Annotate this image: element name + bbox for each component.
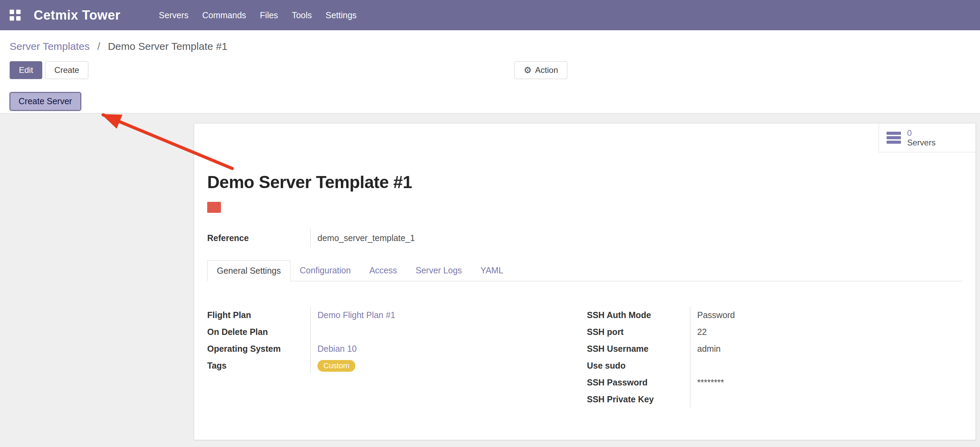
field-value-ssh-auth-mode: Password xyxy=(690,307,963,324)
menu-item-settings[interactable]: Settings xyxy=(326,10,357,20)
tab-server-logs[interactable]: Server Logs xyxy=(407,260,471,281)
action-button[interactable]: ⚙ Action xyxy=(514,61,567,79)
field-value-operating-system[interactable]: Debian 10 xyxy=(310,340,587,357)
field-value-ssh-password: ******** xyxy=(690,374,963,391)
apps-grid-square xyxy=(10,10,14,14)
field-value-tags: Custom xyxy=(310,357,587,374)
apps-grid-square xyxy=(10,16,14,21)
field-label-tags: Tags xyxy=(207,357,310,374)
reference-label: Reference xyxy=(207,229,310,247)
field-value-ssh-private-key xyxy=(690,391,963,408)
field-label-ssh-private-key: SSH Private Key xyxy=(587,391,690,408)
status-bar: Create Server xyxy=(0,89,980,113)
field-value-flight-plan[interactable]: Demo Flight Plan #1 xyxy=(310,307,587,324)
top-navbar: Cetmix Tower Servers Commands Files Tool… xyxy=(0,0,980,30)
form-sheet: 0 Servers Demo Server Template #1 Refere… xyxy=(194,123,976,440)
menu-item-files[interactable]: Files xyxy=(260,10,278,20)
servers-stat-button[interactable]: 0 Servers xyxy=(879,123,975,152)
field-label-flight-plan: Flight Plan xyxy=(207,307,310,324)
field-label-ssh-port: SSH port xyxy=(587,324,690,340)
field-value-ssh-port: 22 xyxy=(690,324,963,340)
reference-row: Reference demo_server_template_1 xyxy=(207,229,963,247)
tag-badge-custom[interactable]: Custom xyxy=(318,360,355,372)
menu-item-servers[interactable]: Servers xyxy=(159,10,188,20)
reference-value: demo_server_template_1 xyxy=(310,229,963,247)
record-title: Demo Server Template #1 xyxy=(207,172,963,192)
create-server-button[interactable]: Create Server xyxy=(10,92,81,111)
tab-configuration[interactable]: Configuration xyxy=(290,260,360,281)
field-columns: Flight Plan Demo Flight Plan #1 On Delet… xyxy=(207,307,963,408)
servers-count: 0 xyxy=(907,128,935,138)
servers-stat-text: 0 Servers xyxy=(907,128,935,147)
create-button[interactable]: Create xyxy=(45,61,88,79)
notebook-tabs: General Settings Configuration Access Se… xyxy=(207,260,963,281)
apps-grid-square xyxy=(16,10,21,14)
color-swatch[interactable] xyxy=(207,202,221,213)
breadcrumb-separator: / xyxy=(97,41,100,52)
tab-yaml[interactable]: YAML xyxy=(471,260,512,281)
field-label-ssh-username: SSH Username xyxy=(587,340,690,357)
field-value-on-delete-plan xyxy=(310,324,587,340)
breadcrumb: Server Templates / Demo Server Template … xyxy=(10,39,970,54)
apps-grid-square xyxy=(16,16,21,21)
right-field-column: SSH Auth Mode Password SSH port 22 SSH U… xyxy=(587,307,963,408)
action-button-label: Action xyxy=(535,65,558,75)
tab-access[interactable]: Access xyxy=(360,260,407,281)
field-label-on-delete-plan: On Delete Plan xyxy=(207,324,310,340)
content-area: 0 Servers Demo Server Template #1 Refere… xyxy=(0,113,980,447)
control-panel: Server Templates / Demo Server Template … xyxy=(0,30,980,89)
main-menu: Servers Commands Files Tools Settings xyxy=(159,10,356,20)
field-value-ssh-username: admin xyxy=(690,340,963,357)
edit-button[interactable]: Edit xyxy=(10,61,42,79)
servers-count-label: Servers xyxy=(907,138,935,147)
apps-grid-icon[interactable] xyxy=(10,10,21,21)
gear-icon: ⚙ xyxy=(524,65,531,76)
menu-item-commands[interactable]: Commands xyxy=(202,10,247,20)
field-label-ssh-password: SSH Password xyxy=(587,374,690,391)
breadcrumb-parent[interactable]: Server Templates xyxy=(10,41,90,52)
breadcrumb-current: Demo Server Template #1 xyxy=(108,41,228,52)
servers-icon xyxy=(886,131,901,144)
field-label-ssh-auth-mode: SSH Auth Mode xyxy=(587,307,690,324)
menu-item-tools[interactable]: Tools xyxy=(292,10,312,20)
field-value-use-sudo xyxy=(690,357,963,374)
app-brand[interactable]: Cetmix Tower xyxy=(34,8,120,23)
button-row: Edit Create ⚙ Action xyxy=(10,61,970,79)
left-field-column: Flight Plan Demo Flight Plan #1 On Delet… xyxy=(207,307,587,408)
tab-general-settings[interactable]: General Settings xyxy=(207,260,290,281)
field-label-use-sudo: Use sudo xyxy=(587,357,690,374)
field-label-operating-system: Operating System xyxy=(207,340,310,357)
